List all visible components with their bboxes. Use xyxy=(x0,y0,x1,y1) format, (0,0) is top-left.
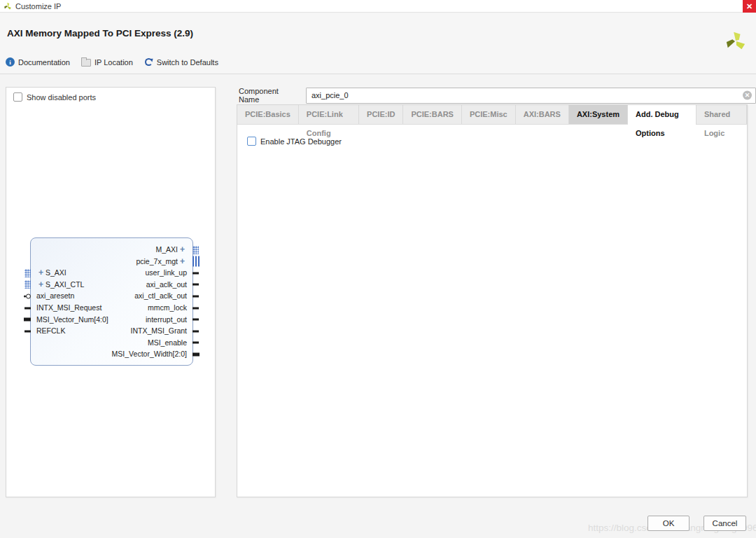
cancel-button[interactable]: Cancel xyxy=(704,516,746,531)
block-preview-panel: Show disabled ports +S_AXI+S_AXI_CTLaxi_… xyxy=(6,87,216,497)
tab-pcie-basics[interactable]: PCIE:Basics xyxy=(237,105,299,124)
port-msi-vector-width-2-0-[interactable]: MSI_Vector_Width[2:0] xyxy=(112,348,192,360)
component-name-label: Component Name xyxy=(239,87,301,104)
dash-port-marker-icon xyxy=(24,330,31,332)
port-label: axi_ctl_aclk_out xyxy=(134,291,187,300)
expand-plus-icon[interactable]: + xyxy=(36,268,46,277)
info-icon: i xyxy=(6,57,15,67)
show-disabled-ports-label: Show disabled ports xyxy=(27,93,96,102)
expand-plus-icon[interactable]: + xyxy=(178,244,187,254)
port-label: INTX_MSI_Request xyxy=(36,303,102,312)
documentation-button[interactable]: i Documentation xyxy=(6,57,70,67)
tab-pcie-link-config[interactable]: PCIE:Link Config xyxy=(299,105,359,124)
component-name-input[interactable]: axi_pcie_0 ✕ xyxy=(306,88,756,104)
port-s-axi[interactable]: +S_AXI xyxy=(31,267,66,279)
port-label: S_AXI xyxy=(46,268,66,277)
dash-port-marker-icon xyxy=(192,272,199,274)
dash-port-marker-icon xyxy=(192,284,199,286)
port-label: MSI_enable xyxy=(148,338,187,347)
ok-button[interactable]: OK xyxy=(648,516,690,531)
xilinx-logo xyxy=(725,30,746,51)
port-s-axi-ctl[interactable]: +S_AXI_CTL xyxy=(31,279,84,291)
app-logo-icon xyxy=(4,2,12,11)
port-axi-ctl-aclk-out[interactable]: axi_ctl_aclk_out xyxy=(134,290,192,302)
dash-port-marker-icon xyxy=(192,307,199,309)
enable-jtag-checkbox[interactable] xyxy=(247,137,256,146)
port-label: user_link_up xyxy=(145,268,187,277)
tab-pcie-misc[interactable]: PCIE:Misc xyxy=(462,105,516,124)
port-label: mmcm_lock xyxy=(148,303,187,312)
port-label: axi_aclk_out xyxy=(146,280,187,289)
component-name-row: Component Name axi_pcie_0 ✕ xyxy=(239,87,756,104)
port-label: INTX_MSI_Grant xyxy=(130,326,187,335)
dash-port-marker-icon xyxy=(192,330,199,332)
title-bar: Customize IP ✕ xyxy=(0,0,756,13)
page-title: AXI Memory Mapped To PCI Express (2.9) xyxy=(7,28,193,39)
refresh-icon xyxy=(144,57,153,67)
port-m-axi[interactable]: M_AXI+ xyxy=(155,244,192,256)
tab-bar: PCIE:BasicsPCIE:Link ConfigPCIE:IDPCIE:B… xyxy=(237,105,747,125)
port-refclk[interactable]: REFCLK xyxy=(31,325,65,337)
circle-port-marker-icon xyxy=(26,294,31,298)
port-mmcm-lock[interactable]: mmcm_lock xyxy=(148,302,192,314)
dash-port-marker-icon xyxy=(24,307,31,309)
bus-dotted-port-marker-icon xyxy=(192,246,199,254)
dialog-header: AXI Memory Mapped To PCI Express (2.9) i… xyxy=(0,13,756,74)
configuration-panel: PCIE:BasicsPCIE:Link ConfigPCIE:IDPCIE:B… xyxy=(237,104,748,497)
tab-shared-logic[interactable]: Shared Logic xyxy=(696,105,747,124)
port-user-link-up[interactable]: user_link_up xyxy=(145,267,192,279)
clear-icon[interactable]: ✕ xyxy=(743,91,752,100)
port-msi-vector-num-4-0-[interactable]: MSI_Vector_Num[4:0] xyxy=(31,314,108,326)
port-msi-enable[interactable]: MSI_enable xyxy=(148,337,192,349)
port-label: pcie_7x_mgt xyxy=(136,257,178,265)
expand-plus-icon[interactable]: + xyxy=(178,256,187,266)
tab-axi-system[interactable]: AXI:System xyxy=(569,105,628,124)
bus-dotted-port-marker-icon xyxy=(24,269,31,277)
component-name-value: axi_pcie_0 xyxy=(312,91,349,99)
toolbar: i Documentation IP Location Switch to De… xyxy=(6,57,218,67)
switch-to-defaults-button[interactable]: Switch to Defaults xyxy=(144,57,218,67)
bus-dash-port-marker-icon xyxy=(24,318,31,322)
dash-port-marker-icon xyxy=(192,319,199,321)
port-label: axi_aresetn xyxy=(36,291,74,300)
port-intx-msi-grant[interactable]: INTX_MSI_Grant xyxy=(130,325,192,337)
ip-block-diagram[interactable]: +S_AXI+S_AXI_CTLaxi_aresetnINTX_MSI_Requ… xyxy=(30,237,193,366)
switch-to-defaults-label: Switch to Defaults xyxy=(157,58,218,67)
show-disabled-ports-row: Show disabled ports xyxy=(13,92,96,102)
port-intx-msi-request[interactable]: INTX_MSI_Request xyxy=(31,302,102,314)
close-button[interactable]: ✕ xyxy=(743,0,756,13)
window-title: Customize IP xyxy=(15,2,61,11)
port-axi-aclk-out[interactable]: axi_aclk_out xyxy=(146,279,192,291)
dash-port-marker-icon xyxy=(192,295,199,297)
ip-location-label: IP Location xyxy=(94,58,133,67)
port-label: MSI_Vector_Num[4:0] xyxy=(36,315,108,324)
expand-plus-icon[interactable]: + xyxy=(36,280,46,289)
ip-location-button[interactable]: IP Location xyxy=(81,57,133,67)
port-pcie-7x-mgt[interactable]: pcie_7x_mgt+ xyxy=(136,256,192,268)
port-label: MSI_Vector_Width[2:0] xyxy=(112,350,187,358)
tab-axi-bars[interactable]: AXI:BARS xyxy=(516,105,569,124)
bus-striped-port-marker-icon xyxy=(192,256,200,267)
tab-add-debug-options[interactable]: Add. Debug Options xyxy=(628,105,696,125)
tab-pcie-bars[interactable]: PCIE:BARS xyxy=(403,105,462,124)
port-interrupt-out[interactable]: interrupt_out xyxy=(146,314,192,326)
bus-dash-port-marker-icon xyxy=(192,352,200,356)
port-label: S_AXI_CTL xyxy=(46,280,84,289)
documentation-label: Documentation xyxy=(18,58,70,67)
dash-port-marker-icon xyxy=(192,342,199,344)
port-label: interrupt_out xyxy=(146,315,187,324)
show-disabled-ports-checkbox[interactable] xyxy=(13,92,22,102)
bus-dotted-port-marker-icon xyxy=(24,280,31,289)
tab-pcie-id[interactable]: PCIE:ID xyxy=(359,105,403,124)
port-axi-aresetn[interactable]: axi_aresetn xyxy=(31,290,74,302)
port-label: M_AXI xyxy=(155,245,178,254)
folder-icon xyxy=(81,59,91,67)
port-label: REFCLK xyxy=(36,326,65,335)
